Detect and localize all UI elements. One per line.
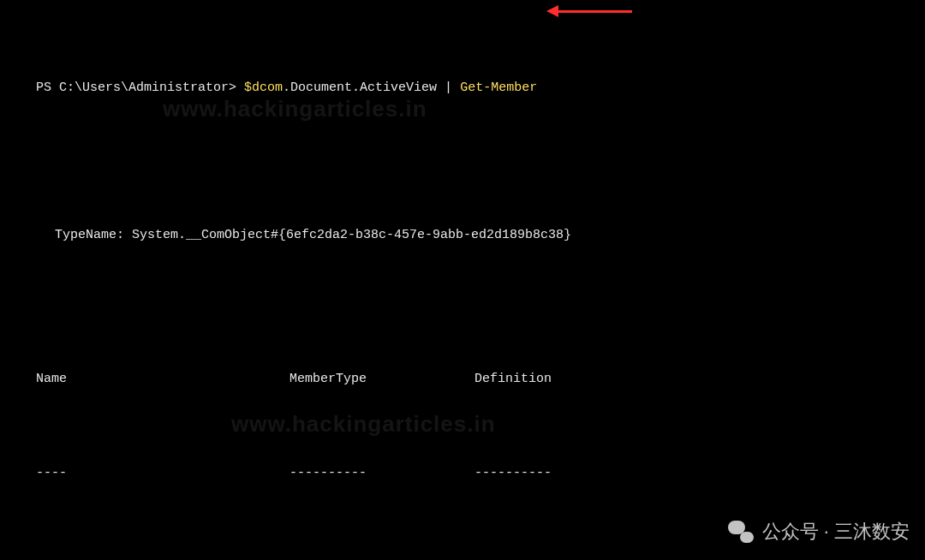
prompt-property: .Document.ActiveView (283, 80, 445, 95)
prompt-command: Get-Member (460, 80, 537, 95)
header-underline: ------------------------ (5, 445, 920, 502)
typename-label: TypeName: (55, 228, 132, 242)
prompt-pipe: | (445, 80, 460, 95)
header-name: Name (36, 370, 289, 389)
prompt-variable: $dcom (244, 80, 283, 95)
header-membertype: MemberType (289, 370, 474, 389)
powershell-terminal[interactable]: PS C:\Users\Administrator> $dcom.Documen… (0, 0, 925, 560)
header-row: NameMemberTypeDefinition (5, 351, 920, 408)
header-definition: Definition (474, 370, 552, 389)
prompt-prefix: PS C:\Users\Administrator> (36, 80, 244, 95)
typename-value: System.__ComObject#{6efc2da2-b38c-457e-9… (132, 228, 571, 242)
typename-line: TypeName: System.__ComObject#{6efc2da2-b… (24, 207, 920, 264)
command-line: PS C:\Users\Administrator> $dcom.Documen… (5, 60, 920, 116)
